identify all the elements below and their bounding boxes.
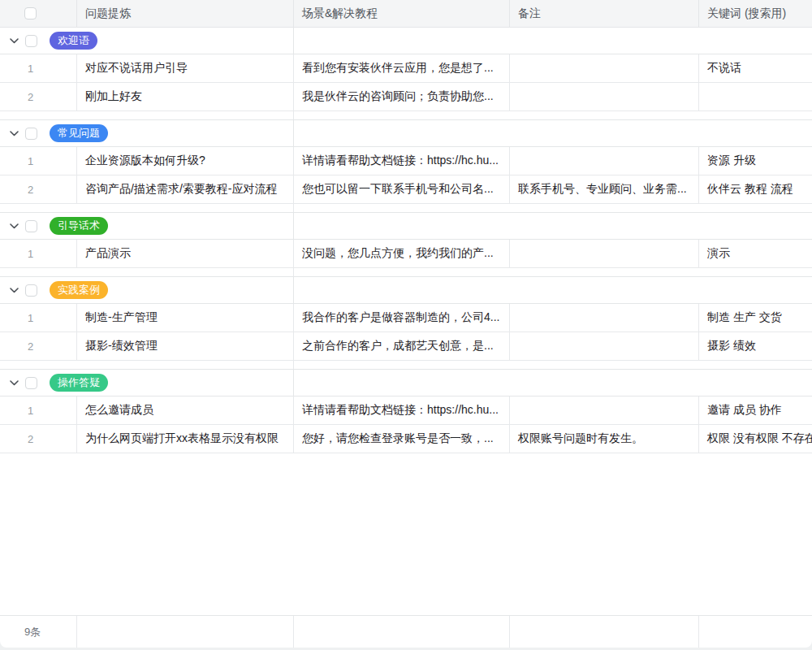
footer-cell [77,616,294,648]
table-row[interactable]: 2 为什么网页端打开xx表格显示没有权限 您好，请您检查登录账号是否一致，...… [0,425,812,453]
group-rows: 1 产品演示 没问题，您几点方便，我约我们的产... 演示 [0,240,812,268]
group-rows: 1 怎么邀请成员 详情请看帮助文档链接：https://hc.hu... 邀请 … [0,396,812,453]
row-number-cell[interactable]: 1 [0,396,77,424]
cell-question[interactable]: 企业资源版本如何升级? [77,147,294,175]
group-badge[interactable]: 实践案例 [50,281,108,299]
group-badge[interactable]: 操作答疑 [50,374,108,392]
cell-scenario[interactable]: 看到您有安装伙伴云应用，您是想了... [294,54,510,82]
row-number-cell[interactable]: 1 [0,54,77,82]
group-checkbox[interactable] [25,35,37,47]
cell-note[interactable] [510,83,699,110]
group-header-spacer [294,213,812,239]
cell-note[interactable]: 权限账号问题时有发生。 [510,425,699,453]
cell-question[interactable]: 刚加上好友 [77,83,294,110]
chevron-down-icon[interactable] [8,128,19,139]
cell-question[interactable]: 产品演示 [77,240,294,267]
footer-cell [510,616,699,648]
row-group: 实践案例 1 制造-生产管理 我合作的客户是做容器制造的，公司4... 制造 生… [0,277,812,361]
cell-note[interactable] [510,304,699,332]
cell-keywords[interactable]: 伙伴云 教程 流程 [699,176,812,203]
row-number-cell[interactable]: 1 [0,240,77,267]
table-row[interactable]: 2 刚加上好友 我是伙伴云的咨询顾问；负责协助您... [0,83,812,111]
group-header-left: 引导话术 [0,213,294,239]
cell-keywords[interactable]: 邀请 成员 协作 [699,396,812,424]
cell-note[interactable] [510,240,699,267]
cell-scenario[interactable]: 详情请看帮助文档链接：https://hc.hu... [294,396,510,424]
cell-question[interactable]: 对应不说话用户引导 [77,54,294,82]
group-badge[interactable]: 欢迎语 [50,32,97,50]
cell-note[interactable] [510,54,699,82]
cell-scenario[interactable]: 您好，请您检查登录账号是否一致，... [294,425,510,453]
cell-scenario[interactable]: 我合作的客户是做容器制造的，公司4... [294,304,510,332]
cell-keywords[interactable]: 资源 升级 [699,147,812,175]
cell-question[interactable]: 制造-生产管理 [77,304,294,332]
row-group: 引导话术 1 产品演示 没问题，您几点方便，我约我们的产... 演示 [0,213,812,268]
group-badge[interactable]: 引导话术 [50,217,108,235]
row-number: 1 [0,147,61,175]
group-rows: 1 对应不说话用户引导 看到您有安装伙伴云应用，您是想了... 不说话 2 刚加… [0,54,812,111]
cell-question[interactable]: 咨询产品/描述需求/索要教程-应对流程 [77,176,294,203]
group-checkbox[interactable] [25,377,37,389]
group-rows: 1 制造-生产管理 我合作的客户是做容器制造的，公司4... 制造 生产 交货 … [0,304,812,361]
cell-scenario[interactable]: 我是伙伴云的咨询顾问；负责协助您... [294,83,510,110]
column-header-scenario[interactable]: 场景&解决教程 [294,0,510,27]
cell-keywords[interactable]: 演示 [699,240,812,267]
table-header-row: 问题提炼 场景&解决教程 备注 关键词 (搜索用) [0,0,812,28]
cell-scenario[interactable]: 详情请看帮助文档链接：https://hc.hu... [294,147,510,175]
row-number-cell[interactable]: 2 [0,332,77,360]
chevron-down-icon[interactable] [8,35,19,46]
row-group: 常见问题 1 企业资源版本如何升级? 详情请看帮助文档链接：https://hc… [0,120,812,204]
row-group: 欢迎语 1 对应不说话用户引导 看到您有安装伙伴云应用，您是想了... 不说话 … [0,28,812,111]
row-number-cell[interactable]: 2 [0,176,77,203]
table-row[interactable]: 1 对应不说话用户引导 看到您有安装伙伴云应用，您是想了... 不说话 [0,54,812,83]
row-number-cell[interactable]: 1 [0,147,77,175]
row-number: 1 [0,304,61,332]
cell-keywords[interactable]: 不说话 [699,54,812,82]
grid-view-canvas: 问题提炼 场景&解决教程 备注 关键词 (搜索用) 欢迎语 1 对应不说话用户引… [0,0,812,650]
column-header-note[interactable]: 备注 [510,0,699,27]
group-header-row: 操作答疑 [0,370,812,396]
cell-note[interactable]: 联系手机号、专业顾问、业务需... [510,176,699,203]
row-number-cell[interactable]: 2 [0,425,77,453]
table-row[interactable]: 2 摄影-绩效管理 之前合作的客户，成都艺天创意，是... 摄影 绩效 [0,332,812,361]
cell-scenario[interactable]: 您也可以留一下联系手机号和公司名... [294,176,510,203]
cell-note[interactable] [510,396,699,424]
group-header-row: 引导话术 [0,213,812,240]
group-checkbox[interactable] [25,284,37,297]
cell-question[interactable]: 为什么网页端打开xx表格显示没有权限 [77,425,294,453]
column-header-question[interactable]: 问题提炼 [77,0,294,27]
select-all-checkbox[interactable] [24,7,37,20]
cell-question[interactable]: 摄影-绩效管理 [77,332,294,360]
row-number-cell[interactable]: 1 [0,304,77,332]
column-header-keywords[interactable]: 关键词 (搜索用) [699,0,812,27]
cell-scenario[interactable]: 之前合作的客户，成都艺天创意，是... [294,332,510,360]
cell-keywords[interactable]: 制造 生产 交货 [699,304,812,332]
table-row[interactable]: 1 制造-生产管理 我合作的客户是做容器制造的，公司4... 制造 生产 交货 [0,304,812,332]
cell-keywords[interactable]: 摄影 绩效 [699,332,812,360]
group-checkbox[interactable] [25,128,37,140]
cell-keywords[interactable]: 权限 没有权限 不存在 [699,425,812,453]
group-badge[interactable]: 常见问题 [50,124,108,142]
table-row[interactable]: 2 咨询产品/描述需求/索要教程-应对流程 您也可以留一下联系手机号和公司名..… [0,176,812,204]
group-header-spacer [294,277,812,303]
data-table-panel: 问题提炼 场景&解决教程 备注 关键词 (搜索用) 欢迎语 1 对应不说话用户引… [0,0,812,648]
row-group: 操作答疑 1 怎么邀请成员 详情请看帮助文档链接：https://hc.hu..… [0,370,812,453]
cell-keywords[interactable] [699,83,812,110]
row-number-cell[interactable]: 2 [0,83,77,110]
chevron-down-icon[interactable] [8,220,19,232]
cell-scenario[interactable]: 没问题，您几点方便，我约我们的产... [294,240,510,267]
group-header-row: 欢迎语 [0,28,812,54]
chevron-down-icon[interactable] [8,377,19,388]
group-header-left: 操作答疑 [0,370,294,396]
row-number: 1 [0,240,61,267]
chevron-down-icon[interactable] [8,284,19,296]
table-row[interactable]: 1 企业资源版本如何升级? 详情请看帮助文档链接：https://hc.hu..… [0,147,812,176]
row-number: 2 [0,332,61,360]
group-checkbox[interactable] [25,220,37,232]
table-row[interactable]: 1 产品演示 没问题，您几点方便，我约我们的产... 演示 [0,240,812,268]
group-rows: 1 企业资源版本如何升级? 详情请看帮助文档链接：https://hc.hu..… [0,147,812,204]
cell-note[interactable] [510,147,699,175]
cell-question[interactable]: 怎么邀请成员 [77,396,294,424]
cell-note[interactable] [510,332,699,360]
table-row[interactable]: 1 怎么邀请成员 详情请看帮助文档链接：https://hc.hu... 邀请 … [0,396,812,425]
